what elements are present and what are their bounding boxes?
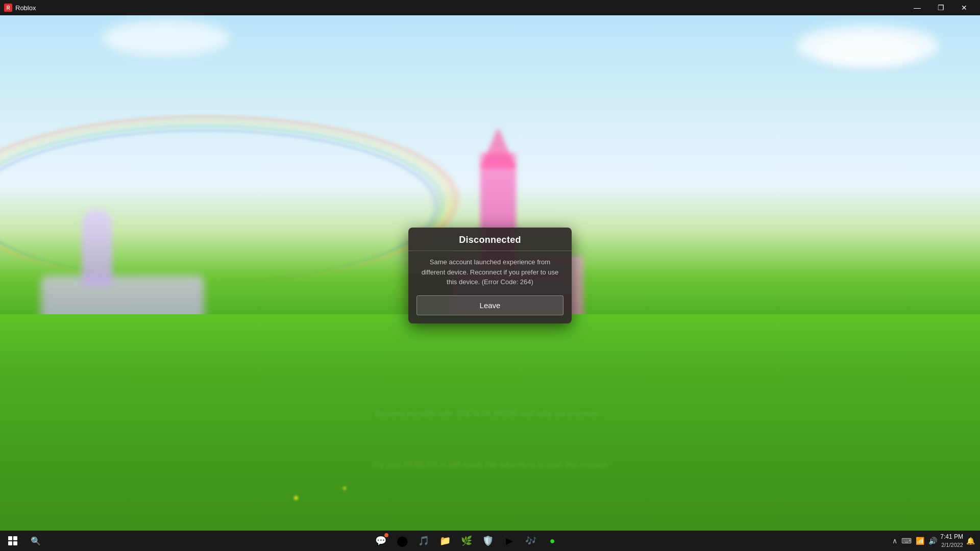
windows-logo-icon xyxy=(8,536,17,545)
titlebar-left: R Roblox xyxy=(4,4,36,12)
roblox-logo-icon: R xyxy=(4,4,12,12)
dialog-title: Disconnected xyxy=(459,235,521,245)
spotify-icon: 🎵 xyxy=(418,535,429,546)
system-tray: ∧ ⌨ 📶 🔊 7:41 PM 2/1/2022 🔔 xyxy=(887,533,980,548)
app2-icon: ● xyxy=(550,536,555,546)
notification-icon[interactable]: 🔔 xyxy=(966,537,975,545)
taskbar-chrome-icon[interactable]: ⬤ xyxy=(392,531,412,551)
dialog-message: Same account launched experience from di… xyxy=(408,257,572,287)
taskbar-discord-icon[interactable]: 💬 xyxy=(371,531,391,551)
titlebar-title: Roblox xyxy=(15,4,36,12)
restore-button[interactable]: ❐ xyxy=(929,0,952,15)
start-button[interactable] xyxy=(0,531,26,551)
dialog-actions: Leave xyxy=(408,295,572,315)
taskbar: 🔍 💬 ⬤ 🎵 📁 🌿 🛡️ ▶ 🎶 ● xyxy=(0,531,980,551)
shield-icon: 🛡️ xyxy=(482,535,494,546)
leave-button[interactable]: Leave xyxy=(416,295,564,315)
taskbar-app2-icon[interactable]: ● xyxy=(542,531,562,551)
chrome-icon: ⬤ xyxy=(397,535,408,547)
taskbar-app1-icon[interactable]: 🌿 xyxy=(456,531,477,551)
search-icon: 🔍 xyxy=(31,536,41,546)
taskbar-shield-icon[interactable]: 🛡️ xyxy=(478,531,498,551)
volume-icon: 🔊 xyxy=(928,537,937,545)
chevron-up-icon[interactable]: ∧ xyxy=(892,537,897,545)
clock-date: 2/1/2022 xyxy=(940,541,963,548)
dialog-overlay: Disconnected Same account launched exper… xyxy=(0,0,980,551)
app1-icon: 🌿 xyxy=(461,535,472,546)
systray-icons: ∧ ⌨ 📶 🔊 xyxy=(892,537,937,545)
tiktok-icon: 🎶 xyxy=(525,535,536,546)
close-button[interactable]: ✕ xyxy=(952,0,976,15)
minimize-button[interactable]: — xyxy=(905,0,929,15)
titlebar: R Roblox — ❐ ✕ xyxy=(0,0,980,15)
youtube-icon: ▶ xyxy=(506,535,513,546)
taskbar-youtube-icon[interactable]: ▶ xyxy=(499,531,520,551)
disconnected-dialog: Disconnected Same account launched exper… xyxy=(408,228,572,323)
network-icon: 📶 xyxy=(916,537,924,545)
clock-time: 7:41 PM xyxy=(940,533,963,541)
files-icon: 📁 xyxy=(439,535,451,546)
keyboard-icon: ⌨ xyxy=(901,537,912,545)
titlebar-controls: — ❐ ✕ xyxy=(905,0,976,15)
taskbar-files-icon[interactable]: 📁 xyxy=(435,531,455,551)
taskbar-clock[interactable]: 7:41 PM 2/1/2022 xyxy=(940,533,963,548)
taskbar-pinned-apps: 💬 ⬤ 🎵 📁 🌿 🛡️ ▶ 🎶 ● xyxy=(46,531,887,551)
taskbar-tiktok-icon[interactable]: 🎶 xyxy=(521,531,541,551)
dialog-header: Disconnected xyxy=(408,228,572,251)
taskbar-search-button[interactable]: 🔍 xyxy=(26,531,46,551)
discord-badge xyxy=(384,533,388,537)
taskbar-spotify-icon[interactable]: 🎵 xyxy=(413,531,434,551)
